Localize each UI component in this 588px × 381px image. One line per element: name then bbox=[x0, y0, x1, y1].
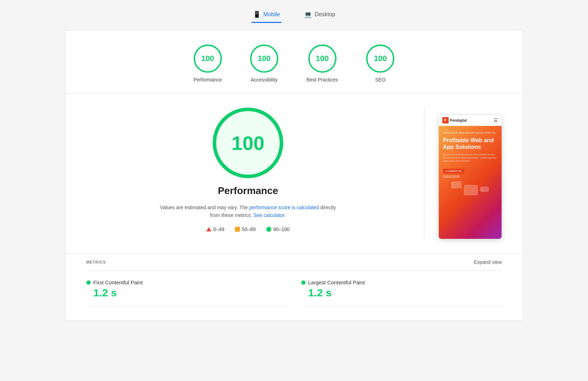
score-item-best-practices: 100 Best Practices bbox=[307, 44, 338, 83]
desktop-icon: 💻 bbox=[304, 11, 312, 18]
phone-menu-icon: ☰ bbox=[493, 117, 498, 123]
score-label-best-practices: Best Practices bbox=[307, 77, 338, 83]
metric-value-lcp: 1.2 s bbox=[301, 287, 502, 299]
metric-name-row-fcp: First Contentful Paint bbox=[86, 279, 287, 285]
tab-bar: 📱 Mobile 💻 Desktop bbox=[65, 7, 523, 23]
vertical-divider bbox=[424, 108, 424, 239]
score-circle-best-practices: 100 bbox=[308, 44, 337, 73]
illus-shape-1 bbox=[451, 181, 462, 188]
score-label-performance: Performance bbox=[194, 77, 222, 83]
metric-item-lcp: Largest Contentful Paint 1.2 s bbox=[301, 279, 502, 306]
score-circle-seo: 100 bbox=[366, 44, 394, 73]
perf-title: Performance bbox=[218, 185, 278, 196]
tab-mobile[interactable]: 📱 Mobile bbox=[251, 7, 281, 23]
main-score-circle: 100 bbox=[213, 108, 283, 178]
main-content: 100 Performance Values are estimated and… bbox=[65, 93, 523, 253]
score-item-accessibility: 100 Accessibility bbox=[250, 44, 278, 83]
phone-hero-body: We help your business become more profit… bbox=[443, 153, 497, 163]
legend-red-icon bbox=[206, 227, 211, 231]
metric-value-fcp: 1.2 s bbox=[86, 287, 287, 299]
expand-view-button[interactable]: Expand view bbox=[474, 259, 502, 265]
perf-description: Values are estimated and may vary. The p… bbox=[160, 204, 336, 219]
score-item-seo: 100 SEO bbox=[366, 44, 394, 83]
legend-pass: 90–100 bbox=[266, 226, 290, 232]
phone-hero-subtitle: FREELANCE WEB AND APP DEVELOPER CO. bbox=[443, 132, 497, 134]
main-card: 100 Performance 100 Accessibility 100 Be… bbox=[65, 30, 523, 321]
tab-desktop[interactable]: 💻 Desktop bbox=[303, 7, 337, 23]
legend-pass-range: 90–100 bbox=[273, 226, 290, 232]
right-panel: P Pendigital ☰ FREELANCE WEB AND APP DEV… bbox=[438, 108, 502, 239]
score-circle-accessibility: 100 bbox=[250, 44, 278, 73]
score-label-seo: SEO bbox=[375, 77, 386, 83]
perf-score-link[interactable]: performance score is calculated bbox=[249, 205, 319, 210]
legend: 0–49 50–89 90–100 bbox=[206, 226, 290, 232]
metric-dot-fcp bbox=[86, 280, 91, 285]
description-start: Values are estimated and may vary. The bbox=[160, 205, 249, 210]
phone-hero-link[interactable]: FIND OUT MORE bbox=[443, 175, 497, 177]
illus-shape-2 bbox=[464, 185, 478, 195]
legend-average-range: 50–89 bbox=[242, 226, 256, 232]
score-label-accessibility: Accessibility bbox=[251, 77, 278, 83]
metrics-header: METRICS Expand view bbox=[86, 254, 502, 271]
legend-orange-icon bbox=[235, 227, 240, 232]
metrics-divider bbox=[86, 271, 502, 271]
metric-dot-lcp bbox=[301, 280, 305, 285]
legend-green-icon bbox=[266, 227, 271, 232]
tab-mobile-label: Mobile bbox=[263, 11, 280, 18]
phone-hero-title: Profitable Web and App Solutions bbox=[443, 137, 497, 150]
metric-item-fcp: First Contentful Paint 1.2 s bbox=[86, 279, 287, 306]
metrics-grid: First Contentful Paint 1.2 s Largest Con… bbox=[86, 279, 502, 306]
score-summary: 100 Performance 100 Accessibility 100 Be… bbox=[65, 30, 523, 93]
phone-screenshot: P Pendigital ☰ FREELANCE WEB AND APP DEV… bbox=[438, 115, 502, 239]
tab-desktop-label: Desktop bbox=[315, 11, 335, 18]
phone-brand: Pendigital bbox=[450, 119, 467, 122]
legend-fail: 0–49 bbox=[206, 226, 224, 232]
phone-hero-btn: ● CONTACT US bbox=[443, 169, 464, 174]
metrics-section: METRICS Expand view First Contentful Pai… bbox=[65, 253, 523, 320]
calculator-link[interactable]: See calculator. bbox=[254, 212, 286, 218]
phone-hero: FREELANCE WEB AND APP DEVELOPER CO. Prof… bbox=[439, 126, 502, 239]
phone-header: P Pendigital ☰ bbox=[439, 115, 502, 126]
phone-logo: P Pendigital bbox=[442, 117, 467, 123]
metric-name-fcp: First Contentful Paint bbox=[93, 279, 143, 285]
mobile-icon: 📱 bbox=[253, 11, 261, 18]
score-item-performance: 100 Performance bbox=[194, 44, 222, 83]
metric-name-lcp: Largest Contentful Paint bbox=[308, 279, 365, 285]
metrics-title: METRICS bbox=[86, 260, 106, 264]
phone-logo-box: P bbox=[442, 117, 449, 123]
score-circle-performance: 100 bbox=[194, 44, 222, 73]
legend-fail-range: 0–49 bbox=[213, 226, 224, 232]
legend-average: 50–89 bbox=[235, 226, 256, 232]
left-panel: 100 Performance Values are estimated and… bbox=[86, 108, 410, 232]
phone-illustration bbox=[443, 181, 497, 195]
illus-shape-3 bbox=[480, 187, 489, 192]
metric-name-row-lcp: Largest Contentful Paint bbox=[301, 279, 502, 285]
